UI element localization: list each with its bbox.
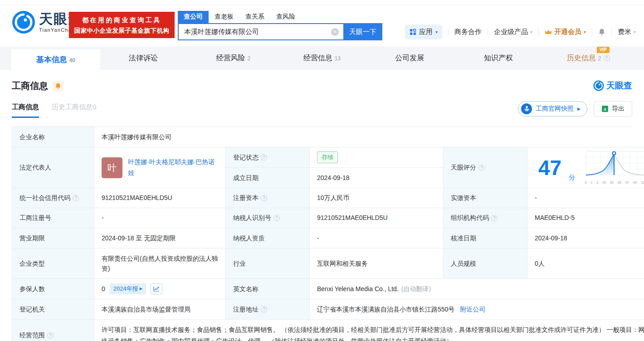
field-taxpayer-id-value: 91210521MAE0EHLD5U (309, 208, 443, 228)
field-business-scope-label: 经营范围? (12, 319, 94, 341)
help-icon[interactable]: ? (261, 195, 267, 201)
top-divider (0, 0, 644, 5)
nav-tab-legal[interactable]: 法律诉讼 (100, 46, 189, 70)
section-title: 工商信息 (12, 80, 48, 92)
field-staff-size-value: 0人 (527, 248, 644, 278)
trend-chart-icon (153, 286, 160, 292)
field-approval-date-value: 2024-09-18 (527, 228, 644, 248)
field-credit-code-label: 统一社会信用代码? (12, 188, 94, 208)
field-business-scope-value: 许可项目：互联网直播技术服务；食品销售；食品互联网销售。 （依法须经批准的项目，… (94, 319, 644, 341)
score-distribution-chart: 0131550859799100 (584, 150, 644, 185)
search-area: 查公司 查老板 查关系 查风险 × 天眼一下 (178, 11, 382, 40)
nav-tab-operating-risk[interactable]: 经营风险2 (189, 46, 278, 70)
business-info-section: 工商信息 天眼查 工商信息 历史工商信息0 (0, 80, 644, 341)
field-english-name-label: 英文名称 (225, 278, 309, 299)
subtab-business-info[interactable]: 工商信息 (12, 103, 39, 118)
site-header: 天眼查 TianYanCha.com 都在用的商业查询工具 国家中小企业发展子基… (0, 5, 644, 43)
chevron-down-icon: ▾ (435, 29, 438, 34)
help-icon[interactable]: ? (261, 306, 267, 312)
nav-tab-company-development[interactable]: 公司发展 (366, 46, 455, 70)
menu-cooperation[interactable]: 商务合作 (454, 28, 482, 36)
grid-apps-icon (410, 29, 416, 35)
apps-label: 应用 (419, 28, 433, 36)
menu-divider (488, 29, 488, 35)
notification-bell-icon[interactable] (598, 28, 605, 36)
field-company-type-value: 有限责任公司(自然人投资或控股的法人独资) (94, 248, 225, 278)
field-establish-date-value: 2024-09-18 (309, 167, 443, 188)
help-icon[interactable]: ? (47, 332, 54, 339)
field-reg-capital-value: 10万人民币 (309, 188, 443, 208)
tianyancha-watermark: 天眼查 (593, 80, 632, 92)
field-reg-address-value: 辽宁省本溪市本溪满族自治县小市镇长江路550号 附近公司 (309, 299, 644, 319)
menu-enterprise[interactable]: 企业级产品▾ (494, 28, 532, 36)
export-button[interactable]: x 导出 (594, 101, 632, 117)
monitor-bell-icon[interactable] (53, 81, 63, 92)
help-icon[interactable]: ? (73, 195, 79, 201)
arrow-right-icon: ▶ (577, 107, 581, 111)
field-industry-value: 互联网和相关服务 (309, 248, 443, 278)
subtab-history-business-info[interactable]: 历史工商信息0 (52, 103, 96, 118)
business-info-table: 企业名称 本溪叶莲娜传媒有限公司 法定代表人 叶 叶莲娜·叶夫格尼耶夫娜·巴热诺… (12, 127, 632, 341)
search-tab-company[interactable]: 查公司 (178, 11, 209, 23)
annual-report-link[interactable]: 2024年报▶ (110, 283, 146, 295)
field-org-code-label: 组织机构代码? (443, 208, 527, 228)
score-number: 47 (538, 157, 561, 178)
nearby-companies-link[interactable]: 附近公司 (460, 304, 485, 314)
nav-tab-business-info[interactable]: 经营信息13 (278, 46, 366, 70)
help-icon[interactable]: ? (478, 165, 485, 171)
chevron-down-icon: ▾ (584, 29, 586, 34)
auto-translate-note: (自动翻译) (401, 284, 431, 294)
field-staff-size-label: 人员规模 (443, 248, 527, 278)
field-score-value: 47分 (527, 147, 644, 188)
field-company-name-value: 本溪叶莲娜传媒有限公司 (94, 127, 644, 147)
field-taxpayer-qualification-value: - (309, 228, 443, 248)
status-badge: 存续 (317, 151, 338, 164)
search-tabs: 查公司 查老板 查关系 查风险 (178, 11, 382, 23)
apps-menu[interactable]: 应用 ▾ (405, 24, 442, 39)
search-input[interactable] (178, 23, 343, 40)
nav-tab-intellectual-property[interactable]: 知识产权 (455, 46, 544, 70)
field-credit-code-value: 91210521MAE0EHLD5U (94, 188, 225, 208)
menu-user[interactable]: 费米▾ (618, 28, 636, 36)
promo-banner: 都在用的商业查询工具 国家中小企业发展子基金旗下机构 (69, 12, 175, 38)
field-reg-authority-value: 本溪满族自治县市场监督管理局 (94, 299, 225, 319)
official-snapshot-button[interactable]: 工商官网快照 ▶ (518, 101, 587, 117)
field-reg-authority-label: 登记机关 (12, 299, 94, 319)
field-legal-rep-value: 叶 叶莲娜·叶夫格尼耶夫娜·巴热诺娃 (94, 147, 225, 188)
help-icon[interactable]: ? (273, 215, 280, 221)
search-button[interactable]: 天眼一下 (343, 23, 382, 40)
nav-tab-history-info[interactable]: 历史信息 VIP 2 ? (544, 46, 633, 70)
search-tab-boss[interactable]: 查老板 (209, 11, 239, 23)
chevron-down-icon: ▾ (530, 29, 532, 34)
menu-divider (611, 29, 612, 35)
field-insured-count-label: 参保人数 (12, 278, 94, 299)
field-reg-address-label: 注册地址? (225, 299, 309, 319)
field-company-name-label: 企业名称 (12, 127, 94, 147)
field-reg-number-label: 工商注册号 (12, 208, 94, 228)
menu-membership[interactable]: 开通会员 ▾ (545, 28, 586, 36)
nav-tab-basic-info[interactable]: 基本信息40 (11, 49, 100, 70)
field-insured-count-value: 0 2024年报▶ (94, 278, 225, 299)
promo-line1: 都在用的商业查询工具 (69, 16, 175, 24)
svg-text:x: x (604, 107, 606, 112)
field-taxpayer-qualification-label: 纳税人资质 (225, 228, 309, 248)
field-english-name-value: Benxi Yelena Media Co., Ltd.(自动翻译) (309, 278, 644, 299)
clear-input-icon[interactable]: × (331, 28, 339, 36)
company-nav-tabs: 基本信息40 法律诉讼 经营风险2 经营信息13 公司发展 知识产权 历史信息 … (0, 46, 644, 70)
search-tab-risk[interactable]: 查风险 (270, 11, 301, 23)
help-icon[interactable]: ? (261, 154, 267, 161)
crown-icon (545, 29, 552, 35)
help-icon[interactable]: ? (604, 55, 610, 61)
legal-rep-link[interactable]: 叶莲娜·叶夫格尼耶夫娜·巴热诺娃 (128, 157, 218, 179)
excel-icon: x (601, 105, 609, 112)
score-chart-ticks: 0131550859799100 (584, 180, 644, 185)
trend-chart-button[interactable] (151, 283, 162, 294)
legal-rep-avatar[interactable]: 叶 (102, 157, 122, 178)
field-establish-date-label: 成立日期 (225, 167, 309, 188)
search-tab-relation[interactable]: 查关系 (239, 11, 270, 23)
field-reg-status-value: 存续 (309, 147, 443, 167)
stamp-icon (521, 103, 532, 114)
field-approval-date-label: 核准日期 (443, 228, 527, 248)
help-icon[interactable]: ? (491, 215, 498, 221)
field-company-type-label: 企业类型 (12, 248, 94, 278)
